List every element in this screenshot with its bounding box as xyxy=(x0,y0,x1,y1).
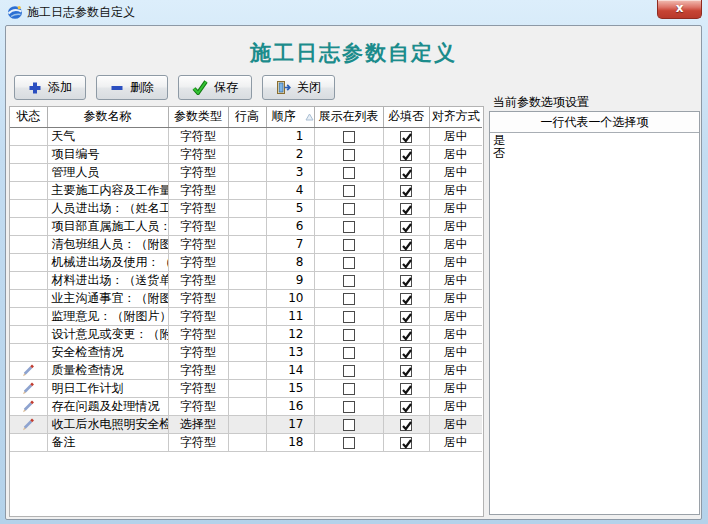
checkbox-checked[interactable] xyxy=(400,257,412,269)
checkbox-checked[interactable] xyxy=(400,383,412,395)
table-row[interactable]: 存在问题及处理情况字符型16居中 xyxy=(10,397,482,415)
param-name-cell[interactable]: 安全检查情况 xyxy=(47,343,168,361)
checkbox-checked[interactable] xyxy=(400,347,412,359)
row-height-cell[interactable] xyxy=(228,343,266,361)
header-align[interactable]: 对齐方式 xyxy=(429,107,482,127)
checkbox-checked[interactable] xyxy=(400,365,412,377)
checkbox-checked[interactable] xyxy=(400,131,412,143)
row-height-cell[interactable] xyxy=(228,163,266,181)
header-required[interactable]: 必填否 xyxy=(383,107,429,127)
checkbox-unchecked[interactable] xyxy=(343,311,355,323)
param-name-cell[interactable]: 管理人员 xyxy=(47,163,168,181)
checkbox-checked[interactable] xyxy=(400,437,412,449)
order-cell[interactable]: 15 xyxy=(266,379,314,397)
options-textarea[interactable]: 是 否 xyxy=(490,133,699,514)
checkbox-unchecked[interactable] xyxy=(343,383,355,395)
param-name-cell[interactable]: 天气 xyxy=(47,127,168,145)
header-show-in-list[interactable]: 展示在列表 xyxy=(314,107,383,127)
order-cell[interactable]: 12 xyxy=(266,325,314,343)
table-row[interactable]: 项目编号字符型2居中 xyxy=(10,145,482,163)
order-cell[interactable]: 4 xyxy=(266,181,314,199)
row-height-cell[interactable] xyxy=(228,361,266,379)
param-type-cell[interactable]: 字符型 xyxy=(168,397,228,415)
table-row[interactable]: 天气字符型1居中 xyxy=(10,127,482,145)
row-height-cell[interactable] xyxy=(228,415,266,433)
row-height-cell[interactable] xyxy=(228,235,266,253)
checkbox-unchecked[interactable] xyxy=(343,203,355,215)
checkbox-unchecked[interactable] xyxy=(343,347,355,359)
order-cell[interactable]: 13 xyxy=(266,343,314,361)
checkbox-unchecked[interactable] xyxy=(343,293,355,305)
param-name-cell[interactable]: 主要施工内容及工作量： xyxy=(47,181,168,199)
table-row[interactable]: 清包班组人员：（附图片字符型7居中 xyxy=(10,235,482,253)
order-cell[interactable]: 3 xyxy=(266,163,314,181)
param-name-cell[interactable]: 业主沟通事宜：（附图片 xyxy=(47,289,168,307)
checkbox-checked[interactable] xyxy=(400,329,412,341)
param-type-cell[interactable]: 字符型 xyxy=(168,289,228,307)
checkbox-unchecked[interactable] xyxy=(343,221,355,233)
checkbox-unchecked[interactable] xyxy=(343,365,355,377)
checkbox-checked[interactable] xyxy=(400,293,412,305)
param-type-cell[interactable]: 字符型 xyxy=(168,181,228,199)
param-name-cell[interactable]: 清包班组人员：（附图片 xyxy=(47,235,168,253)
param-type-cell[interactable]: 字符型 xyxy=(168,433,228,451)
param-type-cell[interactable]: 字符型 xyxy=(168,199,228,217)
checkbox-unchecked[interactable] xyxy=(343,401,355,413)
order-cell[interactable]: 14 xyxy=(266,361,314,379)
checkbox-unchecked[interactable] xyxy=(343,149,355,161)
table-row[interactable]: 收工后水电照明安全检查选择型17居中 xyxy=(10,415,482,433)
close-button[interactable]: x xyxy=(657,0,702,19)
order-cell[interactable]: 6 xyxy=(266,217,314,235)
param-type-cell[interactable]: 字符型 xyxy=(168,325,228,343)
table-row[interactable]: 安全检查情况字符型13居中 xyxy=(10,343,482,361)
table-row[interactable]: 机械进出场及使用：（占字符型8居中 xyxy=(10,253,482,271)
param-type-cell[interactable]: 字符型 xyxy=(168,163,228,181)
titlebar[interactable]: 施工日志参数自定义 x xyxy=(0,0,708,24)
row-height-cell[interactable] xyxy=(228,433,266,451)
checkbox-unchecked[interactable] xyxy=(343,167,355,179)
param-name-cell[interactable]: 设计意见或变更：（附图 xyxy=(47,325,168,343)
align-cell[interactable]: 居中 xyxy=(429,145,482,163)
align-cell[interactable]: 居中 xyxy=(429,379,482,397)
order-cell[interactable]: 18 xyxy=(266,433,314,451)
table-row[interactable]: 主要施工内容及工作量：字符型4居中 xyxy=(10,181,482,199)
align-cell[interactable]: 居中 xyxy=(429,361,482,379)
align-cell[interactable]: 居中 xyxy=(429,253,482,271)
param-type-cell[interactable]: 字符型 xyxy=(168,145,228,163)
order-cell[interactable]: 9 xyxy=(266,271,314,289)
row-height-cell[interactable] xyxy=(228,127,266,145)
row-height-cell[interactable] xyxy=(228,325,266,343)
align-cell[interactable]: 居中 xyxy=(429,199,482,217)
order-cell[interactable]: 16 xyxy=(266,397,314,415)
align-cell[interactable]: 居中 xyxy=(429,325,482,343)
row-height-cell[interactable] xyxy=(228,217,266,235)
order-cell[interactable]: 10 xyxy=(266,289,314,307)
align-cell[interactable]: 居中 xyxy=(429,163,482,181)
table-row[interactable]: 明日工作计划字符型15居中 xyxy=(10,379,482,397)
param-name-cell[interactable]: 人员进出场：（姓名工种 xyxy=(47,199,168,217)
row-height-cell[interactable] xyxy=(228,253,266,271)
param-name-cell[interactable]: 机械进出场及使用：（占 xyxy=(47,253,168,271)
order-cell[interactable]: 5 xyxy=(266,199,314,217)
align-cell[interactable]: 居中 xyxy=(429,181,482,199)
align-cell[interactable]: 居中 xyxy=(429,127,482,145)
row-height-cell[interactable] xyxy=(228,145,266,163)
align-cell[interactable]: 居中 xyxy=(429,415,482,433)
align-cell[interactable]: 居中 xyxy=(429,343,482,361)
param-name-cell[interactable]: 质量检查情况 xyxy=(47,361,168,379)
table-row[interactable]: 管理人员字符型3居中 xyxy=(10,163,482,181)
checkbox-checked[interactable] xyxy=(400,311,412,323)
checkbox-unchecked[interactable] xyxy=(343,185,355,197)
table-row[interactable]: 设计意见或变更：（附图字符型12居中 xyxy=(10,325,482,343)
align-cell[interactable]: 居中 xyxy=(429,217,482,235)
delete-button[interactable]: 删除 xyxy=(96,75,168,100)
checkbox-checked[interactable] xyxy=(400,239,412,251)
align-cell[interactable]: 居中 xyxy=(429,271,482,289)
checkbox-checked[interactable] xyxy=(400,149,412,161)
param-name-cell[interactable]: 收工后水电照明安全检查 xyxy=(47,415,168,433)
order-cell[interactable]: 7 xyxy=(266,235,314,253)
row-height-cell[interactable] xyxy=(228,379,266,397)
table-row[interactable]: 材料进出场：（送货单照字符型9居中 xyxy=(10,271,482,289)
align-cell[interactable]: 居中 xyxy=(429,307,482,325)
checkbox-checked[interactable] xyxy=(400,185,412,197)
